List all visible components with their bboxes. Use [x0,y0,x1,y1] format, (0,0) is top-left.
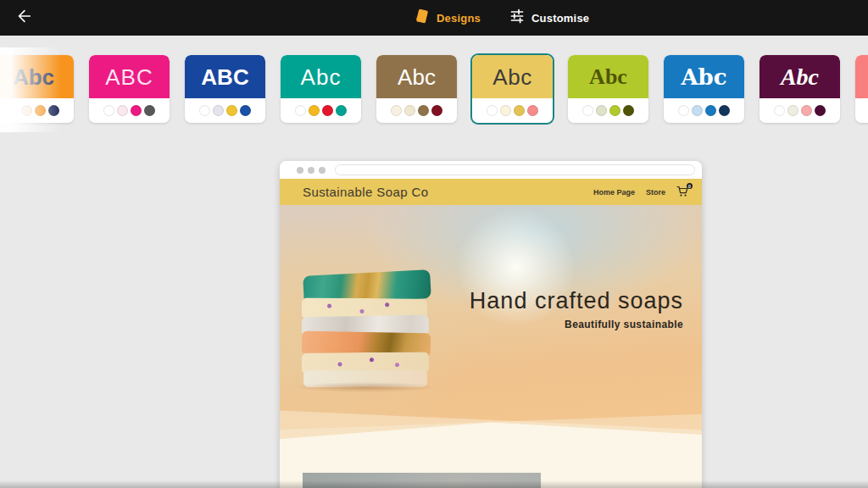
address-bar [335,164,695,175]
theme-palette [855,98,868,123]
palette-dot [213,105,224,116]
palette-dot [21,105,32,116]
palette-dot [240,105,251,116]
site-body-section [280,444,702,488]
palette-dot [131,105,142,116]
theme-palette [185,98,265,123]
palette-dot [226,105,237,116]
palette-dot [815,105,826,116]
hero-section: Hand crafted soaps Beautifully sustainab… [280,205,702,444]
theme-card[interactable]: Abc [664,55,744,123]
palette-dot [336,105,347,116]
theme-card[interactable]: Abc [281,55,361,123]
palette-dot [295,105,306,116]
theme-swatch-preview: Abc [664,55,744,98]
palette-dot [623,105,634,116]
theme-swatch-preview: Abc [281,55,361,98]
theme-card[interactable]: Abc [568,55,648,123]
theme-swatch-preview: Abc [376,55,457,98]
palette-dot [309,105,320,116]
theme-swatch-preview: ABC [89,55,170,98]
theme-swatch-preview: Abc [855,55,868,98]
theme-palette [376,98,457,123]
theme-card[interactable]: Abc [760,55,840,123]
theme-font-sample: Abc [13,66,54,88]
tab-designs-label: Designs [437,12,481,25]
palette-dot [801,105,812,116]
palette-dot [774,105,785,116]
palette-dot [431,105,442,116]
arrow-left-icon [14,7,33,29]
tune-sliders-icon [509,8,525,27]
window-dot-icon [319,167,326,174]
site-preview-window: Sustainable Soap Co Home Page Store 0 [280,161,702,488]
theme-palette [472,98,553,123]
theme-card[interactable]: Abc [472,55,553,123]
design-picker-screen: { "colors": { "accent_amber": "#F5A82C",… [0,0,868,488]
palette-dot [500,105,511,116]
palette-dot [609,105,620,116]
theme-font-sample: Abc [398,66,436,88]
palette-dot [596,105,607,116]
theme-card[interactable]: ABC [185,55,265,123]
theme-font-sample: ABC [201,66,248,88]
theme-swatch-preview: ABC [185,55,265,98]
theme-card-list: Abc ABC ABC Abc Abc Abc Abc Abc [0,55,868,123]
design-swatch-icon [414,8,430,29]
palette-dot [117,105,128,116]
hero-heading: Hand crafted soaps [470,290,683,313]
theme-swatch-preview: Abc [0,55,74,98]
tab-designs[interactable]: Designs [414,8,481,29]
theme-font-sample: ABC [105,66,153,88]
palette-dot [144,105,155,116]
theme-palette [664,98,744,123]
hero-text-block: Hand crafted soaps Beautifully sustainab… [470,290,683,330]
hero-subheading: Beautifully sustainable [470,319,683,330]
theme-card[interactable]: ABC [89,55,170,123]
theme-font-sample: Abc [492,66,531,88]
theme-palette [760,98,840,123]
palette-dot [787,105,798,116]
theme-palette [281,98,361,123]
window-dot-icon [308,167,314,174]
theme-card[interactable]: Abc [0,55,74,123]
palette-dot [719,105,730,116]
theme-font-sample: Abc [681,66,726,88]
shopping-cart-icon[interactable]: 0 [676,186,690,198]
soap-bar [303,370,427,387]
tab-customise-label: Customise [531,12,589,25]
theme-palette [568,98,648,123]
palette-dot [199,105,210,116]
theme-palette [89,98,170,123]
theme-palette [0,98,74,123]
palette-dot [514,105,525,116]
theme-swatch-preview: Abc [568,55,648,98]
theme-font-sample: Abc [589,66,627,88]
theme-card[interactable]: Abc [376,55,457,123]
palette-dot [692,105,703,116]
theme-swatch-preview: Abc [472,55,553,98]
palette-dot [487,105,498,116]
palette-dot [322,105,333,116]
palette-dot [35,105,46,116]
back-button[interactable] [12,7,36,29]
palette-dot [527,105,538,116]
tab-customise[interactable]: Customise [509,8,589,27]
product-photo [303,473,541,488]
palette-dot [404,105,415,116]
nav-link-home[interactable]: Home Page [593,188,635,197]
palette-dot [48,105,59,116]
site-header: Sustainable Soap Co Home Page Store 0 [280,179,702,205]
theme-swatch-preview: Abc [760,55,840,98]
site-nav: Home Page Store 0 [593,186,690,198]
top-bar: Designs Customise [0,0,868,36]
palette-dot [582,105,593,116]
nav-link-store[interactable]: Store [646,188,665,197]
palette-dot [8,105,19,116]
theme-font-sample: Abc [781,65,819,89]
theme-card[interactable]: Abc [855,55,868,123]
palette-dot [103,105,114,116]
palette-dot [418,105,429,116]
palette-dot [391,105,402,116]
cart-count-badge: 0 [687,183,693,189]
